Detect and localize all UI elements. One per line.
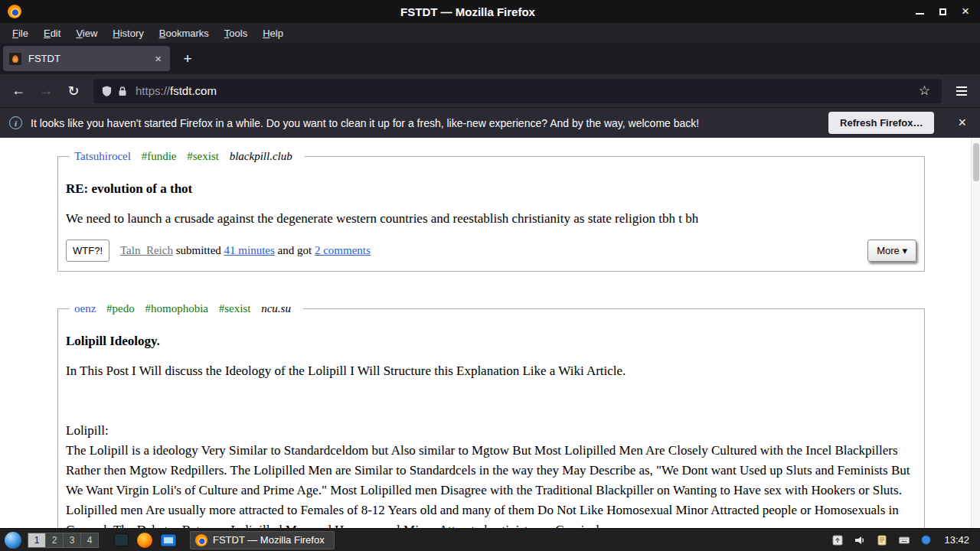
comments-link[interactable]: 2 comments [315,244,371,256]
post-2-title: Lolipill Ideology. [66,334,916,349]
system-tray: 13:42 [831,534,975,546]
post-2-author-link[interactable]: oenz [74,302,96,315]
menu-view[interactable]: View [68,25,105,41]
post-2-body-line: Lolipill: [66,421,916,441]
hamburger-bar [956,86,967,88]
clipboard-notes-icon[interactable] [876,534,888,546]
lock-icon[interactable] [118,86,127,96]
hamburger-bar [956,94,967,96]
notification-close-icon[interactable]: × [953,115,971,131]
menu-tools[interactable]: Tools [217,25,255,41]
app-menu-hamburger-icon[interactable] [949,79,974,103]
tab-close-icon[interactable]: × [152,52,164,65]
taskbar-window-label: FSTDT — Mozilla Firefox [213,534,325,546]
forward-button[interactable]: → [34,79,58,103]
keyboard-layout-icon[interactable] [898,534,910,546]
taskbar: 1 2 3 4 FSTDT — Mozilla Firefox [0,528,980,551]
post-2-legend: oenz #pedo #homophobia #sexist ncu.su [70,302,303,315]
minimize-icon [916,13,924,15]
post-2-tag-pedo[interactable]: #pedo [106,302,135,315]
page-scrollbar[interactable] [971,138,980,528]
tab-bar: FSTDT × + [0,43,980,74]
taskbar-window-button[interactable]: FSTDT — Mozilla Firefox [190,531,335,549]
firefox-logo-icon [8,5,21,18]
post-1-tag-sexist[interactable]: #sexist [187,150,219,162]
post-2-body-line [66,401,916,421]
post-1-source: blackpill.club [230,150,292,162]
url-text: https://fstdt.com [136,84,915,97]
tray-updates-icon[interactable] [831,534,844,546]
workspace-switcher: 1 2 3 4 [28,533,99,548]
close-icon: × [962,6,969,17]
menu-history[interactable]: History [105,25,151,41]
submitted-text: submitted [176,244,221,256]
info-icon: i [9,116,22,129]
post-2-body-line [66,381,916,401]
fstdt-favicon-icon [9,53,21,65]
post-2-body-line: In This Post I Will discuss the Ideology… [66,361,916,381]
applications-menu-icon[interactable] [5,532,21,549]
menu-help[interactable]: Help [255,25,291,41]
and-got-text: and got [278,244,312,256]
post-1-meta: Taln_Reich submitted 41 minutes and got … [120,244,371,257]
menu-bookmarks[interactable]: Bookmarks [152,25,217,41]
new-tab-button[interactable]: + [176,47,199,70]
refresh-firefox-button[interactable]: Refresh Firefox… [828,112,934,134]
menu-bar: File Edit View History Bookmarks Tools H… [0,23,980,43]
post-2-tag-homophobia[interactable]: #homophobia [145,302,209,315]
page-content: Tatsuhirocel #fundie #sexist blackpill.c… [0,138,980,528]
wtf-button[interactable]: WTF?! [66,240,109,262]
reload-button[interactable]: ↻ [61,79,86,103]
post-1-legend: Tatsuhirocel #fundie #sexist blackpill.c… [70,150,305,163]
minimize-button[interactable] [914,6,925,17]
bookmark-star-icon[interactable]: ☆ [915,83,934,99]
workspace-2[interactable]: 2 [45,533,64,548]
notification-message: It looks like you haven't started Firefo… [31,117,820,129]
workspace-1[interactable]: 1 [28,533,46,548]
post-1-author-link[interactable]: Tatsuhirocel [74,150,131,162]
url-bar[interactable]: https://fstdt.com ☆ [93,79,942,103]
window-title: FSTDT — Mozilla Firefox [21,5,914,18]
url-host: fstdt.com [170,84,217,97]
firefox-logo-icon [195,534,207,546]
restore-button[interactable] [937,6,948,17]
navigation-toolbar: ← → ↻ https://fstdt.com ☆ [0,74,980,107]
scrollbar-thumb[interactable] [973,143,979,181]
time-link[interactable]: 41 minutes [224,244,275,256]
volume-icon[interactable] [854,534,866,546]
notification-bar: i It looks like you haven't started Fire… [0,107,980,138]
post-1-body: We need to launch a crusade against the … [66,209,916,229]
launcher-icons [114,533,176,548]
post-2-tag-sexist[interactable]: #sexist [219,302,251,315]
hamburger-bar [956,90,967,92]
post-2: oenz #pedo #homophobia #sexist ncu.su Lo… [57,302,925,528]
window-controls: × [914,6,971,17]
firefox-launcher-icon[interactable] [137,533,152,548]
tab-fstdt[interactable]: FSTDT × [3,46,170,71]
desktop-screen: FSTDT — Mozilla Firefox × File Edit View… [0,0,980,551]
network-status-icon[interactable] [920,534,932,546]
window-titlebar: FSTDT — Mozilla Firefox × [0,0,980,23]
display-launcher-icon[interactable] [161,534,176,546]
post-1: Tatsuhirocel #fundie #sexist blackpill.c… [57,150,925,272]
post-2-body-line: The Lolipill is a ideology Very Similar … [66,441,916,528]
post-1-tag-fundie[interactable]: #fundie [142,150,177,162]
terminal-launcher-icon[interactable] [114,533,129,546]
clock[interactable]: 13:42 [944,534,969,546]
back-button[interactable]: ← [6,79,31,103]
restore-icon [939,8,946,15]
workspace-4[interactable]: 4 [80,533,99,548]
submitter-link[interactable]: Taln_Reich [120,244,173,256]
url-scheme: https:// [136,84,170,97]
post-1-footer: WTF?! Taln_Reich submitted 41 minutes an… [66,240,916,262]
menu-edit[interactable]: Edit [36,25,68,41]
tracking-protection-shield-icon[interactable] [101,85,113,97]
more-button[interactable]: More ▾ [867,240,916,262]
menu-file[interactable]: File [5,25,36,41]
workspace-3[interactable]: 3 [63,533,81,548]
post-1-title: RE: evolution of a thot [66,181,916,197]
close-window-button[interactable]: × [960,6,971,17]
tab-title: FSTDT [28,53,152,64]
post-2-source: ncu.su [261,302,291,315]
